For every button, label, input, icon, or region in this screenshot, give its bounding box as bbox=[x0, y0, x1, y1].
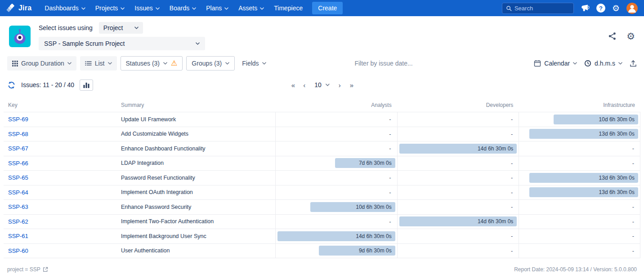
duration-bar: 14d 6h 30m 0s bbox=[399, 216, 517, 226]
nav-item-timepiece[interactable]: Timepiece bbox=[269, 0, 308, 16]
empty-duration: - bbox=[511, 247, 517, 254]
developers-duration-cell: - bbox=[397, 112, 519, 127]
issue-key-link[interactable]: SSP-64 bbox=[8, 189, 28, 196]
timepiece-app-icon bbox=[9, 26, 31, 47]
statuses-label: Statuses (3) bbox=[126, 60, 160, 67]
chevron-down-icon bbox=[108, 62, 112, 65]
analysts-duration-cell: 7d 6h 30m 0s bbox=[275, 156, 397, 171]
announcements-megaphone-icon[interactable] bbox=[581, 4, 590, 12]
last-page-icon[interactable]: » bbox=[350, 82, 353, 88]
empty-duration: - bbox=[389, 218, 395, 225]
infrastructure-duration-cell: 10d 6h 30m 0s bbox=[519, 112, 640, 127]
issue-key-link[interactable]: SSP-65 bbox=[8, 174, 28, 181]
statuses-dropdown[interactable]: Statuses (3) ⚠ bbox=[121, 56, 183, 71]
issue-key-cell: SSP-62 bbox=[4, 215, 116, 229]
chevron-down-icon bbox=[326, 84, 330, 86]
infrastructure-duration-cell: - bbox=[519, 156, 640, 171]
export-icon[interactable] bbox=[630, 60, 637, 67]
global-search[interactable] bbox=[502, 3, 574, 14]
brand-name: Jira bbox=[18, 4, 31, 12]
settings-gear-icon[interactable]: ⚙ bbox=[612, 4, 620, 13]
user-avatar[interactable] bbox=[626, 3, 638, 14]
issue-key-cell: SSP-63 bbox=[4, 200, 116, 214]
chevron-down-icon bbox=[121, 7, 125, 10]
gear-glyph: ⚙ bbox=[612, 4, 620, 13]
share-icon[interactable] bbox=[608, 32, 617, 40]
issue-key-link[interactable]: SSP-62 bbox=[8, 218, 28, 225]
create-button[interactable]: Create bbox=[312, 2, 343, 14]
issue-summary: Enhance Dashboard Functionality bbox=[116, 141, 275, 156]
issue-key-link[interactable]: SSP-66 bbox=[8, 160, 28, 167]
developers-duration-cell: - bbox=[397, 200, 519, 214]
fields-label: Fields bbox=[242, 60, 259, 67]
chevron-down-icon bbox=[260, 7, 264, 10]
avatar-person-icon bbox=[626, 3, 638, 14]
analysts-duration-cell: 10d 6h 30m 0s bbox=[275, 200, 397, 214]
filter-by-issue-date-input[interactable] bbox=[354, 60, 449, 67]
table-row: SSP-64Implement OAuth Integration--13d 6… bbox=[4, 185, 640, 200]
issue-key-cell: SSP-61 bbox=[4, 229, 116, 243]
footer-filter-link[interactable]: project = SSP bbox=[7, 266, 48, 273]
issue-key-link[interactable]: SSP-60 bbox=[8, 247, 28, 254]
infrastructure-duration-cell: - bbox=[519, 229, 640, 243]
table-row: SSP-66LDAP Integration7d 6h 30m 0s-- bbox=[4, 156, 640, 171]
column-header-developers: Developers bbox=[397, 102, 519, 108]
issue-key-link[interactable]: SSP-67 bbox=[8, 145, 28, 152]
issue-summary: User Authentication bbox=[116, 244, 275, 258]
empty-duration: - bbox=[632, 247, 638, 254]
chart-view-button[interactable] bbox=[80, 79, 93, 91]
help-icon[interactable]: ? bbox=[596, 4, 605, 13]
fields-dropdown[interactable]: Fields bbox=[238, 56, 269, 71]
infrastructure-duration-cell: - bbox=[519, 244, 640, 258]
empty-duration: - bbox=[389, 145, 395, 152]
issue-key-link[interactable]: SSP-68 bbox=[8, 131, 28, 137]
previous-page-icon[interactable]: ‹ bbox=[303, 82, 305, 88]
nav-item-projects[interactable]: Projects bbox=[90, 0, 130, 16]
issue-key-cell: SSP-67 bbox=[4, 141, 116, 156]
empty-duration: - bbox=[511, 233, 517, 239]
table-row: SSP-67Enhance Dashboard Functionality-14… bbox=[4, 141, 640, 156]
empty-duration: - bbox=[632, 145, 638, 152]
time-format-dropdown[interactable]: d.h.m.s bbox=[584, 60, 622, 67]
issue-source-mode-value: Project bbox=[103, 24, 123, 31]
view-mode-list-dropdown[interactable]: List bbox=[80, 56, 117, 71]
first-page-icon[interactable]: « bbox=[291, 82, 294, 88]
project-select[interactable]: SSP - Sample Scrum Project bbox=[39, 37, 205, 50]
issue-source-mode-select[interactable]: Project bbox=[99, 22, 143, 34]
groups-dropdown[interactable]: Groups (3) bbox=[186, 56, 235, 71]
issue-summary: LDAP Integration bbox=[116, 156, 275, 171]
calendar-icon bbox=[534, 60, 541, 67]
chevron-down-icon bbox=[262, 62, 266, 65]
report-settings-gear-icon[interactable]: ⚙ bbox=[626, 31, 635, 41]
calendar-dropdown[interactable]: Calendar bbox=[534, 60, 577, 67]
empty-duration: - bbox=[389, 189, 395, 196]
group-duration-label: Group Duration bbox=[21, 60, 64, 67]
nav-item-label: Assets bbox=[238, 4, 257, 12]
nav-item-boards[interactable]: Boards bbox=[165, 0, 201, 16]
next-page-icon[interactable]: › bbox=[339, 82, 341, 88]
page-size-select[interactable]: 10 bbox=[314, 81, 330, 88]
nav-item-dashboards[interactable]: Dashboards bbox=[40, 0, 90, 16]
issue-key-link[interactable]: SSP-63 bbox=[8, 203, 28, 210]
issue-key-link[interactable]: SSP-61 bbox=[8, 233, 28, 239]
search-icon bbox=[506, 5, 512, 11]
search-input[interactable] bbox=[514, 5, 570, 12]
empty-duration: - bbox=[511, 160, 517, 167]
nav-item-issues[interactable]: Issues bbox=[130, 0, 164, 16]
issue-key-link[interactable]: SSP-69 bbox=[8, 116, 28, 123]
developers-duration-cell: - bbox=[397, 244, 519, 258]
chevron-down-icon bbox=[156, 7, 160, 10]
jira-logo[interactable]: Jira bbox=[6, 4, 40, 13]
warning-icon[interactable]: ⚠ bbox=[171, 60, 177, 67]
list-label: List bbox=[95, 60, 105, 67]
analysts-duration-cell: - bbox=[275, 171, 397, 185]
refresh-icon[interactable] bbox=[7, 81, 16, 89]
group-duration-dropdown[interactable]: Group Duration bbox=[7, 56, 76, 71]
nav-item-assets[interactable]: Assets bbox=[233, 0, 269, 16]
developers-duration-cell: - bbox=[397, 229, 519, 243]
issue-summary: Add Customizable Widgets bbox=[116, 127, 275, 141]
select-issues-label: Select issues using bbox=[39, 24, 93, 31]
analysts-duration-cell: - bbox=[275, 185, 397, 200]
table-row: SSP-69Update UI Framework--10d 6h 30m 0s bbox=[4, 112, 640, 127]
nav-item-plans[interactable]: Plans bbox=[201, 0, 233, 16]
